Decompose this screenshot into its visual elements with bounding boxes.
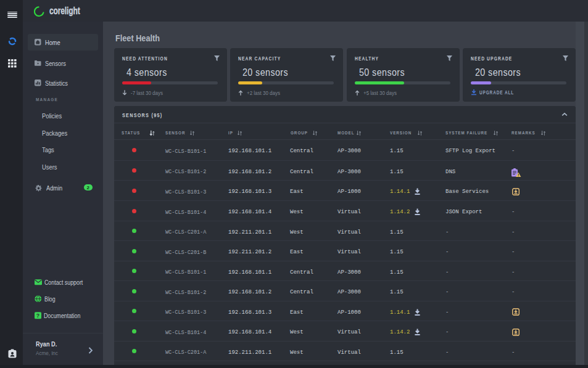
svg-text:?: ?	[36, 313, 39, 319]
